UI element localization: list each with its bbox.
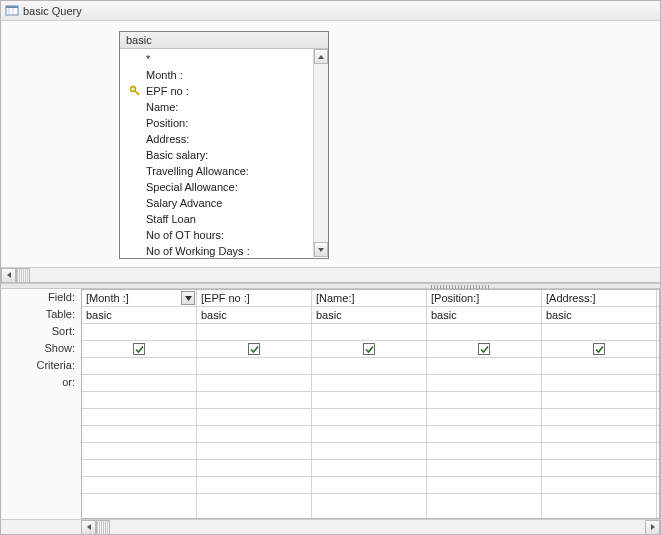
- table-vertical-scrollbar[interactable]: [313, 49, 328, 257]
- extra-criteria-cell[interactable]: [312, 409, 426, 426]
- extra-criteria-cell[interactable]: [542, 460, 656, 477]
- extra-criteria-cell[interactable]: [312, 477, 426, 494]
- show-cell[interactable]: [312, 341, 426, 358]
- diagram-horizontal-scrollbar[interactable]: [1, 267, 660, 282]
- table-cell[interactable]: basic: [427, 307, 541, 324]
- sort-cell[interactable]: [427, 324, 541, 341]
- sort-cell[interactable]: [312, 324, 426, 341]
- criteria-cell[interactable]: [312, 358, 426, 375]
- extra-criteria-cell[interactable]: [427, 460, 541, 477]
- table-cell[interactable]: basic: [312, 307, 426, 324]
- extra-criteria-cell[interactable]: [542, 443, 656, 460]
- field-item[interactable]: Staff Loan: [120, 211, 313, 227]
- show-checkbox[interactable]: [478, 343, 490, 355]
- extra-criteria-cell[interactable]: [427, 477, 541, 494]
- criteria-cell[interactable]: [427, 358, 541, 375]
- field-item[interactable]: Basic salary:: [120, 147, 313, 163]
- field-item[interactable]: Special Allowance:: [120, 179, 313, 195]
- scroll-left-button[interactable]: [81, 520, 96, 535]
- or-cell[interactable]: [82, 375, 196, 392]
- show-cell[interactable]: [427, 341, 541, 358]
- extra-criteria-cell[interactable]: [657, 392, 660, 409]
- table-source-box[interactable]: basic *Month :EPF no :Name:Position:Addr…: [119, 31, 329, 259]
- extra-criteria-cell[interactable]: [542, 477, 656, 494]
- field-item[interactable]: Address:: [120, 131, 313, 147]
- extra-criteria-cell[interactable]: [82, 460, 196, 477]
- show-cell[interactable]: [197, 341, 311, 358]
- extra-criteria-cell[interactable]: [197, 443, 311, 460]
- extra-criteria-cell[interactable]: [427, 443, 541, 460]
- diagram-pane[interactable]: basic *Month :EPF no :Name:Position:Addr…: [1, 21, 660, 283]
- extra-criteria-cell[interactable]: [542, 409, 656, 426]
- criteria-cell[interactable]: [542, 358, 656, 375]
- scroll-down-button[interactable]: [314, 242, 328, 257]
- criteria-cell[interactable]: [82, 358, 196, 375]
- sort-cell[interactable]: [657, 324, 660, 341]
- field-cell[interactable]: [Month :]: [82, 290, 196, 307]
- or-cell[interactable]: [312, 375, 426, 392]
- show-checkbox[interactable]: [248, 343, 260, 355]
- criteria-cell[interactable]: [657, 358, 660, 375]
- chevron-down-icon[interactable]: [181, 291, 195, 305]
- field-item[interactable]: Salary Advance: [120, 195, 313, 211]
- extra-criteria-cell[interactable]: [657, 426, 660, 443]
- or-cell[interactable]: [657, 375, 660, 392]
- sort-cell[interactable]: [542, 324, 656, 341]
- extra-criteria-cell[interactable]: [82, 392, 196, 409]
- or-cell[interactable]: [427, 375, 541, 392]
- extra-criteria-cell[interactable]: [82, 477, 196, 494]
- extra-criteria-cell[interactable]: [197, 392, 311, 409]
- field-item[interactable]: Month :: [120, 67, 313, 83]
- table-cell[interactable]: basic: [542, 307, 656, 324]
- field-item[interactable]: Position:: [120, 115, 313, 131]
- show-checkbox[interactable]: [133, 343, 145, 355]
- scroll-up-button[interactable]: [314, 49, 328, 64]
- show-cell[interactable]: [542, 341, 656, 358]
- extra-criteria-cell[interactable]: [312, 392, 426, 409]
- sort-cell[interactable]: [197, 324, 311, 341]
- extra-criteria-cell[interactable]: [197, 426, 311, 443]
- show-checkbox[interactable]: [593, 343, 605, 355]
- field-item[interactable]: EPF no :: [120, 83, 313, 99]
- show-cell[interactable]: [657, 341, 660, 358]
- or-cell[interactable]: [542, 375, 656, 392]
- extra-criteria-cell[interactable]: [82, 409, 196, 426]
- extra-criteria-cell[interactable]: [82, 426, 196, 443]
- extra-criteria-cell[interactable]: [197, 477, 311, 494]
- field-cell[interactable]: [EPF no :]: [197, 290, 311, 307]
- field-cell[interactable]: [Name:]: [312, 290, 426, 307]
- criteria-cell[interactable]: [197, 358, 311, 375]
- extra-criteria-cell[interactable]: [197, 409, 311, 426]
- field-item[interactable]: No of OT hours:: [120, 227, 313, 243]
- extra-criteria-cell[interactable]: [427, 392, 541, 409]
- field-item[interactable]: *: [120, 51, 313, 67]
- show-cell[interactable]: [82, 341, 196, 358]
- field-cell[interactable]: [: [657, 290, 660, 307]
- scroll-left-button[interactable]: [1, 268, 16, 283]
- table-cell[interactable]: basic: [82, 307, 196, 324]
- field-cell[interactable]: [Address:]: [542, 290, 656, 307]
- extra-criteria-cell[interactable]: [312, 443, 426, 460]
- extra-criteria-cell[interactable]: [657, 409, 660, 426]
- field-item[interactable]: Name:: [120, 99, 313, 115]
- scroll-right-button[interactable]: [645, 520, 660, 535]
- or-cell[interactable]: [197, 375, 311, 392]
- qbe-horizontal-scrollbar[interactable]: [1, 519, 660, 534]
- extra-criteria-cell[interactable]: [657, 460, 660, 477]
- field-list[interactable]: *Month :EPF no :Name:Position:Address:Ba…: [120, 49, 313, 257]
- show-checkbox[interactable]: [363, 343, 375, 355]
- extra-criteria-cell[interactable]: [427, 426, 541, 443]
- extra-criteria-cell[interactable]: [657, 477, 660, 494]
- extra-criteria-cell[interactable]: [542, 426, 656, 443]
- table-cell[interactable]: b: [657, 307, 660, 324]
- extra-criteria-cell[interactable]: [197, 460, 311, 477]
- field-item[interactable]: Travelling Allowance:: [120, 163, 313, 179]
- extra-criteria-cell[interactable]: [427, 409, 541, 426]
- field-item[interactable]: No of Working Days :: [120, 243, 313, 257]
- table-cell[interactable]: basic: [197, 307, 311, 324]
- extra-criteria-cell[interactable]: [312, 426, 426, 443]
- sort-cell[interactable]: [82, 324, 196, 341]
- field-cell[interactable]: [Position:]: [427, 290, 541, 307]
- extra-criteria-cell[interactable]: [657, 443, 660, 460]
- table-source-header[interactable]: basic: [120, 32, 328, 49]
